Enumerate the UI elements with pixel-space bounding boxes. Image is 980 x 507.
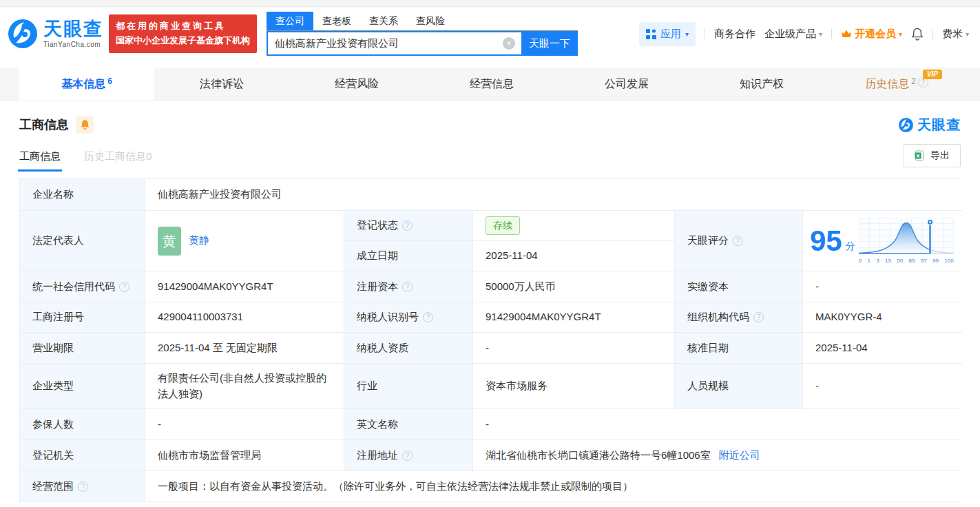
tab-legal-proceedings[interactable]: 法律诉讼	[154, 68, 289, 101]
field-value-reg-number: 429004110003731	[145, 302, 344, 332]
score-value: 95	[810, 227, 842, 256]
field-label-industry: 行业	[344, 364, 472, 408]
tab-operation-risk[interactable]: 经营风险	[289, 68, 424, 101]
legal-rep-avatar[interactable]: 黄	[158, 227, 181, 256]
field-value-reg-capital: 50000万人民币	[473, 271, 674, 302]
subtab-row: 工商信息 历史工商信息0 导出	[19, 144, 961, 172]
label-text: 经营范围	[32, 480, 74, 493]
field-label-taxpayer-id: 纳税人识别号 ?	[344, 302, 472, 332]
field-value-staff-size: -	[803, 364, 965, 408]
watermark-text: 天眼查	[917, 116, 961, 134]
field-value-company-name: 仙桃高新产业投资有限公司	[145, 179, 965, 210]
field-label-staff-size: 人员规模	[675, 364, 802, 408]
field-value-english-name: -	[473, 409, 965, 439]
section-title: 工商信息	[19, 116, 69, 133]
search-tab-boss[interactable]: 查老板	[313, 12, 360, 30]
address-text: 湖北省仙桃市长埫口镇通港公路特一号6幢1006室	[486, 448, 711, 464]
monitor-bell-icon[interactable]	[76, 116, 94, 134]
divider	[932, 29, 933, 39]
field-label-business-term: 营业期限	[20, 333, 145, 363]
tianyancha-watermark-icon	[898, 117, 914, 133]
clear-icon[interactable]: ×	[503, 37, 515, 50]
help-icon[interactable]: ?	[119, 282, 129, 292]
username-label: 费米	[942, 28, 963, 41]
label-text: 登记状态	[357, 219, 398, 232]
search-tab-risk[interactable]: 查风险	[407, 12, 454, 30]
label-text: 天眼评分	[687, 234, 729, 247]
help-icon[interactable]: ?	[78, 482, 88, 492]
tianyancha-logo-icon	[7, 18, 39, 50]
apps-button[interactable]: 应用 ▾	[639, 22, 696, 46]
excel-icon	[915, 150, 926, 161]
search-tabs: 查公司 查老板 查关系 查风险	[267, 12, 578, 31]
tab-operation-info[interactable]: 经营信息	[424, 68, 559, 101]
search-button[interactable]: 天眼一下	[521, 31, 578, 56]
tab-company-development[interactable]: 公司发展	[559, 68, 694, 101]
field-label-legal-rep: 法定代表人	[20, 211, 145, 271]
vip-label: 开通会员	[855, 28, 896, 41]
content: 工商信息 天眼查 工商信息 历史工商信息0 导出	[0, 115, 980, 502]
search-input[interactable]	[267, 31, 521, 56]
enterprise-label: 企业级产品	[764, 28, 816, 41]
field-label-taxpayer-quality: 纳税人资质	[344, 333, 472, 363]
subtab-history-business-info[interactable]: 历史工商信息0	[84, 150, 152, 172]
legal-rep-link[interactable]: 黄静	[189, 233, 209, 249]
search-tab-relation[interactable]: 查关系	[360, 12, 407, 30]
slogan-line1: 都在用的商业查询工具	[116, 19, 250, 34]
field-label-org-code: 组织机构代码 ?	[675, 302, 802, 332]
tab-intellectual-property[interactable]: 知识产权	[694, 68, 829, 101]
field-label-reg-capital: 注册资本 ?	[344, 271, 472, 302]
top-strip	[0, 0, 980, 7]
nearby-companies-link[interactable]: 附近公司	[719, 448, 760, 464]
chevron-down-icon: ▾	[966, 30, 969, 38]
field-value-insured-count: -	[145, 409, 344, 439]
help-icon[interactable]: ?	[402, 220, 413, 231]
slogan-line2: 国家中小企业发展子基金旗下机构	[116, 34, 250, 48]
chevron-down-icon: ▾	[685, 30, 689, 38]
help-icon[interactable]: ?	[753, 312, 764, 322]
apps-label: 应用	[660, 28, 681, 41]
field-value-taxpayer-id: 91429004MAK0YYGR4T	[473, 302, 674, 332]
field-value-reg-authority: 仙桃市市场监督管理局	[145, 440, 344, 470]
nav-open-vip[interactable]: 开通会员 ▾	[841, 28, 902, 41]
field-value-business-scope: 一般项目：以自有资金从事投资活动。（除许可业务外，可自主依法经营法律法规非禁止或…	[145, 471, 965, 501]
field-label-reg-authority: 登记机关	[20, 440, 145, 470]
search-area: 查公司 查老板 查关系 查风险 × 天眼一下	[267, 12, 578, 56]
help-icon[interactable]: ?	[423, 312, 433, 322]
field-label-company-name: 企业名称	[20, 179, 145, 210]
help-icon[interactable]: ?	[733, 236, 743, 246]
brand-domain: TianYanCha.com	[43, 41, 103, 48]
label-text: 纳税人识别号	[357, 311, 419, 324]
chevron-down-icon: ▾	[899, 30, 902, 38]
help-icon[interactable]: ?	[402, 451, 413, 461]
tab-label: 经营风险	[335, 77, 379, 92]
apps-grid-icon	[646, 29, 656, 39]
tianyancha-logo[interactable]: 天眼查 TianYanCha.com	[7, 18, 103, 50]
label-text: 注册地址	[357, 449, 398, 462]
export-button[interactable]: 导出	[904, 144, 961, 167]
tab-basic-info[interactable]: 基本信息 6	[19, 68, 154, 101]
chevron-down-icon: ▾	[819, 30, 822, 38]
nav-user-menu[interactable]: 费米 ▾	[942, 28, 969, 41]
field-label-reg-address: 注册地址 ?	[344, 440, 472, 470]
tab-label: 公司发展	[605, 77, 649, 92]
subtab-business-info[interactable]: 工商信息	[19, 150, 61, 172]
field-value-reg-status: 存续	[473, 211, 674, 240]
main-tabbar: 基本信息 6 法律诉讼 经营风险 经营信息 公司发展 知识产权 VIP 历史信息…	[0, 68, 980, 101]
field-label-insured-count: 参保人数	[20, 409, 145, 439]
tab-label: 基本信息	[61, 77, 105, 92]
field-value-credit-code: 91429004MAK0YYGR4T	[145, 271, 344, 302]
search-tab-company[interactable]: 查公司	[267, 12, 313, 30]
tab-history-info[interactable]: VIP 历史信息 2 ?	[829, 68, 964, 101]
notification-bell-icon[interactable]	[911, 28, 924, 41]
nav-enterprise-products[interactable]: 企业级产品 ▾	[764, 28, 822, 41]
export-label: 导出	[930, 149, 950, 162]
tab-label: 知识产权	[740, 77, 784, 92]
help-icon[interactable]: ?	[402, 282, 413, 292]
scope-text: 一般项目：以自有资金从事投资活动。（除许可业务外，可自主依法经营法律法规非禁止或…	[158, 479, 633, 495]
field-value-company-type: 有限责任公司(非自然人投资或控股的法人独资)	[145, 364, 344, 408]
score-cell: 95 分	[803, 211, 965, 271]
nav-cooperation[interactable]: 商务合作	[714, 28, 755, 41]
tab-label: 历史信息	[865, 77, 909, 92]
score-unit: 分	[846, 240, 855, 253]
